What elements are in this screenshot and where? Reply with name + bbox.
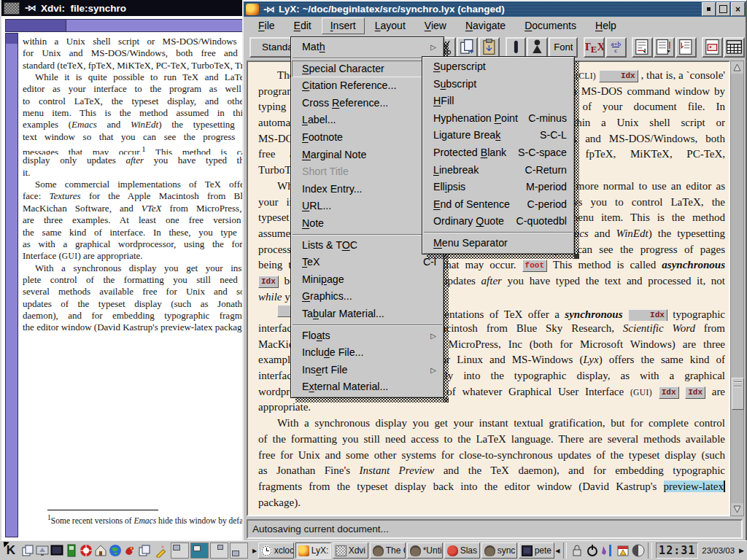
scroll-down-icon[interactable]: [731, 503, 743, 516]
menu-item-lists-toc[interactable]: Lists & TOC: [292, 237, 443, 254]
index-inset-button[interactable]: Idx: [659, 386, 679, 399]
index-inset-button[interactable]: Idx: [628, 309, 667, 321]
noun-icon[interactable]: [527, 37, 548, 58]
math-icon[interactable]: a+bc: [605, 37, 627, 58]
moon-phase-icon[interactable]: [630, 542, 646, 559]
menu-item-floats[interactable]: Floats▷: [292, 327, 443, 345]
menu-item-ordinary-quote[interactable]: Ordinary QuoteC-quotedbl: [423, 213, 573, 230]
menu-item-hyphenation-point[interactable]: Hyphenation PointC-minus: [423, 110, 573, 128]
task-button-lyx[interactable]: LyX:: [295, 542, 331, 559]
menu-item-short-title[interactable]: Short Title: [292, 163, 443, 181]
menu-item-ellipsis[interactable]: EllipsisM-period: [423, 179, 573, 196]
task-button-unti[interactable]: *Unti: [407, 542, 443, 559]
menu-item-insert-file[interactable]: Insert File▷: [292, 362, 443, 379]
pager-desktop-4[interactable]: [230, 542, 248, 559]
show-desktop-icon[interactable]: [35, 542, 50, 559]
menu-item-graphics[interactable]: Graphics...: [292, 288, 443, 306]
menu-item-protected-blank[interactable]: Protected BlankS-C-space: [423, 144, 573, 162]
index-inset-button[interactable]: Idx: [685, 386, 705, 399]
menu-item-external-material[interactable]: External Material...: [292, 378, 443, 396]
task-button-pete[interactable]: pete: [519, 542, 554, 559]
task-button-the-g[interactable]: The G: [370, 542, 406, 559]
insert-margin-note-icon[interactable]: [654, 37, 675, 58]
terminal-icon[interactable]: [50, 542, 64, 559]
documents-icon[interactable]: [137, 542, 152, 559]
menu-item-tabular-material[interactable]: Tabular Material...: [292, 306, 443, 323]
copy-icon[interactable]: [457, 37, 478, 58]
menubar-item-layout[interactable]: Layout: [366, 18, 414, 34]
emphasis-icon[interactable]: [506, 37, 527, 58]
organizer-alarm-icon[interactable]: [615, 542, 630, 559]
menu-item-ligature-break[interactable]: Ligature BreakS-C-L: [423, 127, 573, 144]
xdvi-vertical-scrollbar[interactable]: [5, 33, 18, 537]
change-depth-icon[interactable]: [676, 37, 697, 58]
menubar-item-help[interactable]: Help: [587, 18, 625, 34]
menu-item-url[interactable]: URL...: [292, 198, 443, 215]
menu-item-special-character[interactable]: Special Character▷: [292, 61, 443, 78]
menu-item-footnote[interactable]: Footnote: [292, 129, 443, 147]
kde-app-icon[interactable]: [123, 542, 137, 559]
menu-item-include-file[interactable]: Include File...: [292, 344, 443, 362]
scrollbar-track[interactable]: [6, 34, 18, 44]
window-menu-icon[interactable]: [4, 2, 20, 15]
scroll-up-icon[interactable]: [731, 61, 743, 74]
menu-item-citation-reference[interactable]: Citation Reference...: [292, 77, 443, 95]
menu-item-marginal-note[interactable]: Marginal Note: [292, 147, 443, 164]
maximize-button[interactable]: [716, 2, 730, 16]
panel-hide-icon[interactable]: ▶: [738, 547, 746, 554]
window-list-icon[interactable]: [20, 542, 35, 559]
text-editor-icon[interactable]: [152, 542, 166, 559]
task-button-sync[interactable]: sync: [481, 542, 517, 559]
menubar-item-edit[interactable]: Edit: [285, 18, 320, 34]
pager-desktop-1[interactable]: [171, 542, 189, 559]
index-inset-button[interactable]: Idx: [258, 276, 279, 288]
tex-icon[interactable]: TEX: [584, 37, 605, 58]
help-icon[interactable]: [79, 542, 93, 559]
web-browser-icon[interactable]: [108, 542, 123, 559]
logout-icon[interactable]: [584, 542, 600, 559]
close-button[interactable]: ×: [731, 2, 745, 16]
menu-item-math[interactable]: Math▷: [292, 39, 443, 56]
pager-desktop-3[interactable]: [210, 542, 228, 559]
menu-item-note[interactable]: Note: [292, 215, 443, 233]
screen-lock-icon[interactable]: [569, 542, 584, 559]
digital-clock[interactable]: 12:31: [656, 542, 698, 559]
home-icon[interactable]: [93, 542, 108, 559]
menu-item-tex[interactable]: TeXC-l: [292, 254, 443, 271]
paint-tool-icon[interactable]: [600, 542, 615, 559]
insert-table-icon[interactable]: [724, 37, 745, 58]
pager-desktop-2[interactable]: [190, 542, 209, 559]
menu-item-hfill[interactable]: HFill: [423, 93, 573, 110]
menu-item-label[interactable]: Label...: [292, 112, 443, 129]
index-inset-button[interactable]: Idx: [599, 70, 638, 82]
task-button-slas[interactable]: Slas: [444, 542, 480, 559]
scrollbar-thumb[interactable]: [732, 378, 744, 410]
taskbar-scroll-left-icon[interactable]: ◀: [554, 542, 561, 559]
insert-figure-icon[interactable]: [702, 37, 723, 58]
lyx-titlebar[interactable]: -⋈ LyX: ~/doc/beginlatex/src/synchro.lyx…: [244, 1, 746, 17]
font-button[interactable]: Font: [549, 37, 578, 58]
clipboard-tool-icon[interactable]: [64, 542, 79, 559]
menu-item-superscript[interactable]: Superscript: [423, 58, 573, 76]
footnote-inset-button[interactable]: foot: [522, 260, 547, 272]
iconify-button[interactable]: [702, 2, 716, 16]
menubar-item-navigate[interactable]: Navigate: [457, 18, 514, 34]
menubar-item-insert[interactable]: Insert: [322, 18, 365, 34]
task-button-xdvi[interactable]: Xdvi: [333, 542, 368, 559]
menubar-item-file[interactable]: File: [249, 18, 284, 34]
insert-footnote-icon[interactable]: [632, 37, 653, 58]
menu-item-linebreak[interactable]: LinebreakC-Return: [423, 162, 573, 179]
menu-item-end-of-sentence[interactable]: End of SentenceC-period: [423, 196, 573, 214]
k-menu-button[interactable]: K: [1, 542, 20, 559]
menu-item-menu-separator[interactable]: Menu Separator: [423, 235, 573, 252]
document-scrollbar[interactable]: [730, 61, 744, 516]
task-button-xcloc[interactable]: xcloc: [258, 542, 294, 559]
menubar-item-documents[interactable]: Documents: [516, 18, 585, 34]
date-display[interactable]: 23/03/03: [702, 546, 735, 555]
paste-icon[interactable]: [479, 37, 500, 58]
panel-expand-icon[interactable]: ▶: [252, 542, 258, 559]
menu-item-cross-reference[interactable]: Cross Reference...: [292, 95, 443, 112]
menu-item-subscript[interactable]: Subscript: [423, 76, 573, 93]
menubar-item-view[interactable]: View: [416, 18, 455, 34]
menu-item-minipage[interactable]: Minipage: [292, 271, 443, 289]
